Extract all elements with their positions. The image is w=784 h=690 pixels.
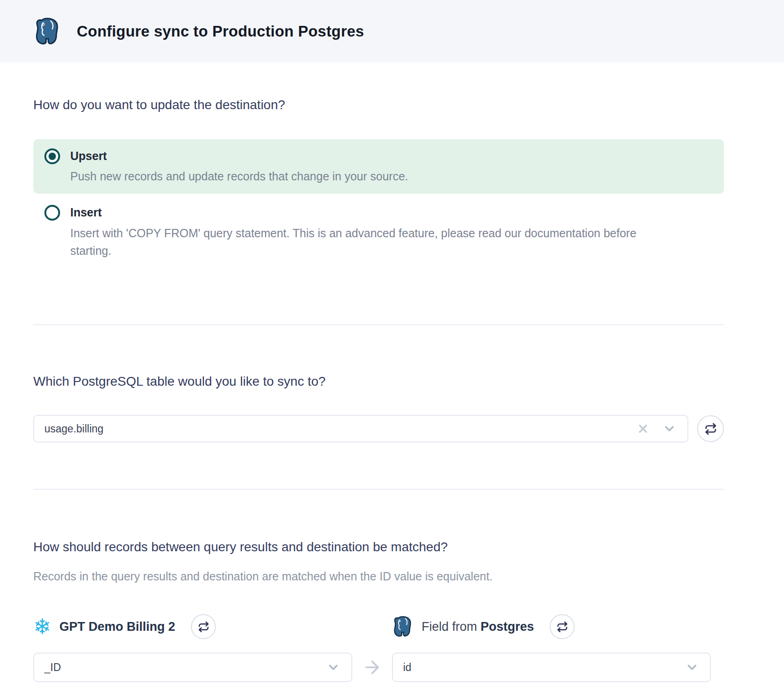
clear-icon[interactable]: [637, 422, 649, 435]
refresh-destination-fields-button[interactable]: [550, 614, 575, 639]
upsert-description: Push new records and update records that…: [70, 168, 408, 185]
chevron-down-icon[interactable]: [685, 660, 699, 674]
refresh-source-fields-button[interactable]: [191, 614, 216, 639]
destination-field-value: id: [403, 661, 685, 674]
postgresql-logo-icon: [33, 17, 61, 46]
mapping-arrow-column: [352, 614, 392, 682]
page-title: Configure sync to Production Postgres: [77, 23, 364, 40]
snowflake-icon: ❄: [33, 616, 51, 637]
destination-field-select[interactable]: id: [392, 653, 711, 682]
update-mode-heading: How do you want to update the destinatio…: [33, 97, 724, 113]
refresh-icon: [198, 621, 209, 633]
postgresql-icon: [392, 616, 413, 638]
source-field-value: _ID: [44, 661, 326, 674]
field-mapping-row: ❄ GPT Demo Billing 2 _ID: [33, 614, 724, 682]
section-divider: [33, 324, 724, 325]
source-field-select[interactable]: _ID: [33, 653, 352, 682]
chevron-down-icon[interactable]: [326, 660, 340, 674]
chevron-down-icon[interactable]: [662, 422, 676, 436]
arrow-right-icon: [362, 657, 382, 678]
refresh-icon: [704, 423, 717, 435]
table-select-value: usage.billing: [44, 423, 624, 435]
sync-config-form: How do you want to update the destinatio…: [0, 97, 784, 682]
destination-label: Field from Postgres: [422, 620, 534, 634]
insert-description: Insert with 'COPY FROM' query statement.…: [70, 224, 653, 259]
upsert-label: Upsert: [70, 148, 408, 163]
matching-subtext: Records in the query results and destina…: [33, 568, 724, 584]
insert-radio[interactable]: [44, 205, 60, 221]
table-select-section: Which PostgreSQL table would you like to…: [33, 373, 724, 490]
matching-heading: How should records between query results…: [33, 539, 724, 555]
source-column: ❄ GPT Demo Billing 2 _ID: [33, 614, 352, 682]
section-divider: [33, 489, 724, 490]
source-label: GPT Demo Billing 2: [60, 620, 176, 634]
refresh-tables-button[interactable]: [697, 415, 724, 442]
insert-option[interactable]: Insert Insert with 'COPY FROM' query sta…: [33, 205, 724, 259]
insert-label: Insert: [70, 205, 653, 220]
record-matching-section: How should records between query results…: [33, 539, 724, 682]
table-select[interactable]: usage.billing: [33, 415, 688, 443]
destination-column: Field from Postgres id: [392, 614, 711, 682]
header: Configure sync to Production Postgres: [0, 0, 784, 62]
refresh-icon: [557, 621, 568, 633]
update-mode-section: How do you want to update the destinatio…: [33, 97, 724, 325]
upsert-option[interactable]: Upsert Push new records and update recor…: [33, 139, 724, 194]
upsert-radio[interactable]: [44, 148, 60, 164]
radio-dot: [49, 153, 56, 160]
table-select-heading: Which PostgreSQL table would you like to…: [33, 373, 724, 390]
